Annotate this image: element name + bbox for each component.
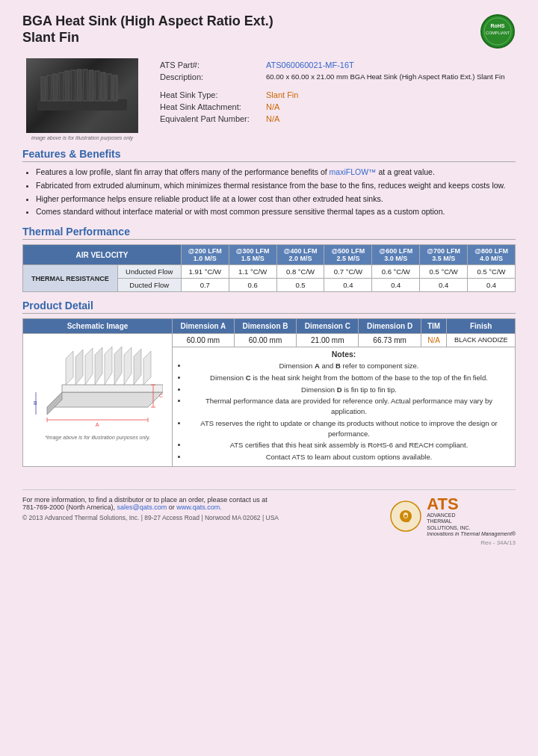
svg-rect-5 — [41, 77, 46, 101]
col-800lfm: @800 LFM4.0 M/S — [468, 245, 516, 265]
ats-logo: Q ATS ADVANCEDTHERMALSOLUTIONS, INC. Inn… — [389, 496, 516, 536]
heat-sink-type-value: Slant Fin — [263, 90, 514, 100]
product-detail-table: Schematic Image Dimension A Dimension B … — [22, 318, 516, 467]
footer-contact: For more information, to find a distribu… — [22, 496, 279, 511]
ducted-flow-label: Ducted Flow — [117, 279, 181, 292]
svg-rect-7 — [53, 74, 58, 101]
svg-rect-13 — [89, 70, 93, 101]
thermal-performance-section-title: Thermal Performance — [22, 226, 516, 240]
svg-rect-11 — [77, 69, 81, 101]
feature-item-2: Fabricated from extruded aluminum, which… — [36, 180, 516, 192]
notes-list: Dimension A and B refer to component siz… — [188, 361, 510, 462]
svg-rect-17 — [113, 75, 117, 101]
ducted-800: 0.4 — [468, 279, 516, 292]
footer-contact-text: For more information, to find a distribu… — [22, 496, 268, 504]
svg-marker-24 — [95, 347, 102, 385]
col-dim-c: Dimension C — [297, 319, 359, 334]
footer-or: or — [169, 504, 177, 511]
col-200lfm: @200 LFM1.0 M/S — [181, 245, 229, 265]
unducted-400: 0.8 °C/W — [276, 265, 324, 279]
svg-rect-6 — [47, 75, 52, 101]
unducted-800: 0.5 °C/W — [468, 265, 516, 279]
footer-email[interactable]: sales@qats.com — [117, 504, 167, 511]
note-7: Contact ATS to learn about custom option… — [188, 452, 510, 462]
svg-rect-16 — [107, 74, 111, 101]
unducted-flow-label: Unducted Flow — [117, 265, 181, 279]
product-image — [26, 58, 138, 133]
image-caption: image above is for illustration purposes… — [31, 135, 133, 140]
feature-item-4: Comes standard without interface materia… — [36, 206, 516, 218]
ats-part-label: ATS Part#: — [157, 60, 262, 70]
product-specs: ATS Part#: ATS060060021-MF-16T Descripti… — [155, 58, 516, 140]
unducted-200: 1.91 °C/W — [181, 265, 229, 279]
col-finish: Finish — [447, 319, 516, 334]
footer-copyright: © 2013 Advanced Thermal Solutions, Inc. … — [22, 514, 279, 521]
note-4: Thermal performance data are provided fo… — [188, 396, 510, 417]
unducted-700: 0.5 °C/W — [420, 265, 468, 279]
page-number: Rev - 34A/13 — [22, 539, 516, 546]
dim-b-value: 60.00 mm — [234, 334, 296, 347]
col-300lfm: @300 LFM1.5 M/S — [229, 245, 276, 265]
svg-text:B: B — [34, 400, 37, 406]
col-dim-a: Dimension A — [173, 319, 235, 334]
features-list: Features a low profile, slant fin array … — [36, 167, 516, 218]
title-line2: Slant Fin — [22, 30, 79, 45]
equivalent-part-label: Equivalent Part Number: — [157, 114, 262, 124]
svg-text:RoHS: RoHS — [490, 23, 504, 28]
svg-marker-18 — [47, 392, 163, 407]
unducted-300: 1.1 °C/W — [229, 265, 276, 279]
finish-value: BLACK ANODIZE — [447, 334, 516, 347]
svg-rect-14 — [95, 71, 99, 101]
col-schematic: Schematic Image — [23, 319, 173, 334]
svg-rect-9 — [65, 71, 69, 101]
feature-item-1: Features a low profile, slant fin array … — [36, 167, 516, 179]
note-3: Dimension D is fin tip to fin tip. — [188, 385, 510, 395]
svg-text:C: C — [159, 393, 163, 398]
svg-marker-20 — [62, 385, 163, 392]
ats-text-block: ATS ADVANCEDTHERMALSOLUTIONS, INC. Innov… — [427, 496, 516, 536]
ats-tagline: Innovations in Thermal Management® — [427, 531, 516, 536]
ducted-300: 0.6 — [229, 279, 276, 292]
notes-section: Notes: Dimension A and B refer to compon… — [173, 347, 516, 467]
note-6: ATS certifies that this heat sink assemb… — [188, 440, 510, 450]
ats-fullname: ADVANCEDTHERMALSOLUTIONS, INC. — [427, 512, 516, 531]
heat-sink-attachment-value: N/A — [263, 102, 514, 112]
col-500lfm: @500 LFM2.5 M/S — [324, 245, 372, 265]
unducted-600: 0.6 °C/W — [372, 265, 420, 279]
svg-rect-15 — [101, 72, 105, 101]
description-value: 60.00 x 60.00 x 21.00 mm BGA Heat Sink (… — [263, 72, 514, 82]
svg-rect-8 — [59, 72, 64, 101]
col-dim-b: Dimension B — [234, 319, 296, 334]
svg-text:Q: Q — [401, 509, 410, 522]
ducted-700: 0.4 — [420, 279, 468, 292]
dim-d-value: 66.73 mm — [359, 334, 421, 347]
footer-website[interactable]: www.qats.com. — [176, 504, 222, 511]
note-1: Dimension A and B refer to component siz… — [188, 361, 510, 371]
heat-sink-attachment-label: Heat Sink Attachment: — [157, 102, 262, 112]
schematic-caption: *Image above is for illustration purpose… — [28, 435, 167, 440]
svg-marker-27 — [124, 347, 132, 385]
svg-marker-23 — [85, 348, 93, 385]
svg-text:COMPLIANT: COMPLIANT — [486, 31, 510, 35]
product-detail-section-title: Product Detail — [22, 300, 516, 314]
air-velocity-header: AIR VELOCITY — [23, 245, 182, 265]
dim-a-value: 60.00 mm — [173, 334, 235, 347]
thermal-resistance-label: THERMAL RESISTANCE — [23, 265, 118, 292]
notes-title: Notes: — [177, 350, 510, 359]
col-tim: TIM — [421, 319, 447, 334]
footer-phone: 781-769-2000 (North America), — [22, 504, 115, 511]
svg-rect-12 — [83, 69, 87, 101]
unducted-500: 0.7 °C/W — [324, 265, 372, 279]
svg-marker-25 — [105, 347, 112, 385]
feature-item-3: Higher performance helps ensure reliable… — [36, 193, 516, 205]
ducted-500: 0.4 — [324, 279, 372, 292]
svg-marker-29 — [143, 351, 151, 385]
svg-marker-22 — [75, 350, 83, 385]
features-section-title: Features & Benefits — [22, 148, 516, 162]
col-dim-d: Dimension D — [359, 319, 421, 334]
thermal-performance-table: AIR VELOCITY @200 LFM1.0 M/S @300 LFM1.5… — [22, 244, 516, 292]
ducted-600: 0.4 — [372, 279, 420, 292]
svg-rect-10 — [71, 70, 75, 101]
ats-part-value: ATS060060021-MF-16T — [263, 60, 514, 70]
col-700lfm: @700 LFM3.5 M/S — [420, 245, 468, 265]
